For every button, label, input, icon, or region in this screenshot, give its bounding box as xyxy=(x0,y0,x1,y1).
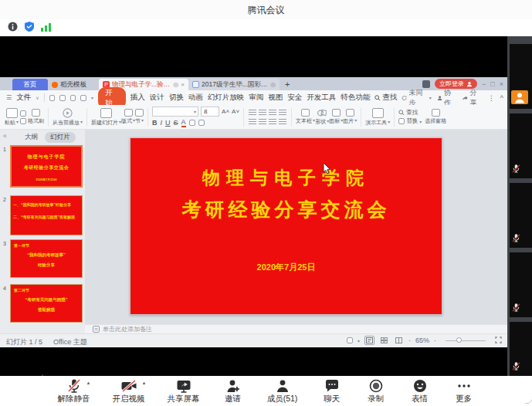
zoom-slider-knob[interactable] xyxy=(456,337,462,343)
menu-file[interactable]: 文件 xyxy=(16,93,31,103)
collapse-ribbon-icon[interactable]: ^ xyxy=(500,94,503,102)
new-slide-button[interactable]: 新建幻灯片▾ xyxy=(91,108,121,127)
quick-access-caret-icon[interactable]: ▾ xyxy=(91,95,93,100)
redo-icon[interactable] xyxy=(80,95,86,101)
underline-button[interactable]: U xyxy=(165,119,171,127)
invite-button[interactable]: 邀请 xyxy=(219,377,248,406)
theme-name[interactable]: Office 主题 xyxy=(53,337,87,347)
slide-thumbnail-1[interactable]: 物理与电子学院 考研经验分享交流会 2020年7月25日 xyxy=(10,145,83,188)
more-menu-icon[interactable]: ⋮ xyxy=(488,94,495,102)
format-painter-button[interactable]: 格式刷 xyxy=(28,109,44,125)
align-left-icon[interactable] xyxy=(249,119,256,125)
indent-increase-icon[interactable] xyxy=(279,110,286,116)
participant-tile[interactable] xyxy=(510,44,532,109)
mic-options-arrow-icon[interactable]: ▲ xyxy=(86,381,91,385)
new-tab-button[interactable]: + xyxy=(285,79,290,90)
minimize-window-icon[interactable]: − xyxy=(482,80,486,88)
font-name-combobox[interactable]: ▾ xyxy=(152,107,198,117)
shrink-font-button[interactable]: A˅ xyxy=(232,108,239,115)
wps-tab-document2[interactable]: 2017级学生毕...国彩 (解答版) ◎ xyxy=(188,79,280,90)
clear-format-icon[interactable] xyxy=(198,120,205,126)
layout-button[interactable]: 版式▾ xyxy=(121,109,135,125)
strikethrough-button[interactable]: S xyxy=(174,119,178,127)
replace-button[interactable]: 替换 ▾ xyxy=(398,117,422,125)
line-spacing-icon[interactable] xyxy=(279,119,286,125)
slide-thumbnail-3[interactable]: 第一环节 “我和我的考研故事” 经验分享 xyxy=(10,239,83,278)
more-button[interactable]: 更多 xyxy=(449,377,479,406)
maximize-window-icon[interactable]: □ xyxy=(490,80,494,88)
picture-button[interactable]: 图片▾ xyxy=(343,109,357,125)
participant-tile[interactable] xyxy=(510,183,532,248)
cut-icon[interactable] xyxy=(20,110,26,117)
menu-dev-tools[interactable]: 开发工具 xyxy=(307,93,336,103)
slide-editing-area[interactable]: 物理与电子学院 考研经验分享交流会 2020年7月25日 xyxy=(85,130,508,324)
copy-icon[interactable] xyxy=(20,118,26,124)
pin-tab-icon[interactable]: ◎ xyxy=(173,81,178,88)
normal-view-icon[interactable] xyxy=(364,336,374,345)
align-right-icon[interactable] xyxy=(269,119,276,125)
present-tools-button[interactable]: 演示工具▾ xyxy=(365,108,390,127)
italic-button[interactable]: I xyxy=(161,119,163,127)
meeting-security-shield-icon[interactable] xyxy=(25,21,34,35)
members-button[interactable]: 成员(51) xyxy=(263,377,303,406)
save-icon[interactable] xyxy=(49,95,56,101)
comment-icon[interactable] xyxy=(347,337,353,343)
hamburger-menu-icon[interactable]: ☰ xyxy=(6,94,12,101)
current-slide-canvas[interactable]: 物理与电子学院 考研经验分享交流会 2020年7月25日 xyxy=(130,137,442,315)
menu-view[interactable]: 视图 xyxy=(268,93,283,103)
textbox-button[interactable]: 文本框▾ xyxy=(296,109,315,125)
fullscreen-icon[interactable] xyxy=(495,337,502,345)
font-color-button[interactable]: A xyxy=(181,118,186,127)
share-screen-button[interactable]: 共享屏幕 xyxy=(164,377,204,406)
print-icon[interactable] xyxy=(59,95,66,101)
message-center-icon[interactable] xyxy=(422,80,430,88)
font-size-combobox[interactable]: 8 xyxy=(201,107,219,117)
video-options-arrow-icon[interactable]: ▲ xyxy=(142,381,147,385)
indent-decrease-icon[interactable] xyxy=(269,110,276,116)
zoom-slider[interactable] xyxy=(446,340,486,341)
menu-slideshow[interactable]: 幻灯片放映 xyxy=(208,93,245,103)
participant-tile[interactable] xyxy=(510,252,532,317)
menu-animation[interactable]: 动画 xyxy=(188,93,203,103)
record-button[interactable]: 录制 xyxy=(361,377,391,406)
menu-insert[interactable]: 插入 xyxy=(130,93,145,103)
slide-sorter-view-icon[interactable] xyxy=(379,336,389,345)
select-pane-button[interactable]: 选择窗格 xyxy=(425,109,446,125)
meeting-info-icon[interactable] xyxy=(8,21,18,35)
chat-button[interactable]: 聊天 xyxy=(317,377,347,406)
start-video-button[interactable]: ▲ 开启视频 xyxy=(109,377,149,406)
reading-view-icon[interactable] xyxy=(394,336,404,345)
menu-security[interactable]: 安全 xyxy=(287,93,302,103)
grow-font-button[interactable]: A˄ xyxy=(222,108,229,115)
menu-design[interactable]: 设计 xyxy=(150,93,164,103)
shape-button[interactable]: 形状▾ xyxy=(315,109,329,126)
align-center-icon[interactable] xyxy=(259,119,266,125)
participant-tile[interactable] xyxy=(510,322,532,376)
undo-icon[interactable] xyxy=(70,95,76,101)
menu-find[interactable]: 查找 xyxy=(374,93,397,103)
slide-thumbnail-4[interactable]: 第二环节 “考研有关问题与困惑” 答疑解惑 xyxy=(10,284,83,323)
icon-library-button[interactable]: 图标▾ xyxy=(329,109,343,125)
menu-features[interactable]: 特色功能 xyxy=(341,93,370,103)
unmute-button[interactable]: ▲ 解除静音 xyxy=(54,377,94,406)
find-button[interactable]: 查找 xyxy=(398,109,422,117)
meeting-network-signal-icon[interactable] xyxy=(41,21,52,35)
wps-tab-docer[interactable]: 稻壳模板 xyxy=(48,79,99,90)
pin-tab-icon[interactable]: ◎ xyxy=(270,81,276,88)
play-from-current-button[interactable]: 从当前播放▾ xyxy=(53,108,83,127)
bullet-list-icon[interactable] xyxy=(249,110,256,116)
collapse-panel-icon[interactable]: « xyxy=(3,132,7,140)
bold-button[interactable]: B xyxy=(152,119,158,127)
menu-review[interactable]: 审阅 xyxy=(249,93,263,103)
close-tab-icon[interactable]: × xyxy=(181,81,185,88)
participant-tile[interactable] xyxy=(510,113,532,178)
tab-outline[interactable]: 大纲 xyxy=(25,133,38,142)
close-window-icon[interactable]: × xyxy=(500,80,503,88)
number-list-icon[interactable] xyxy=(259,110,266,116)
wps-tab-home[interactable]: 首页 xyxy=(12,79,48,90)
paste-button[interactable]: 粘贴▾ xyxy=(5,108,19,127)
highlight-icon[interactable] xyxy=(189,120,195,126)
tab-slides[interactable]: 幻灯片 xyxy=(45,132,76,143)
section-button[interactable]: 节▾ xyxy=(135,109,144,125)
notes-strip[interactable]: 单击此处添加备注 xyxy=(85,324,508,333)
